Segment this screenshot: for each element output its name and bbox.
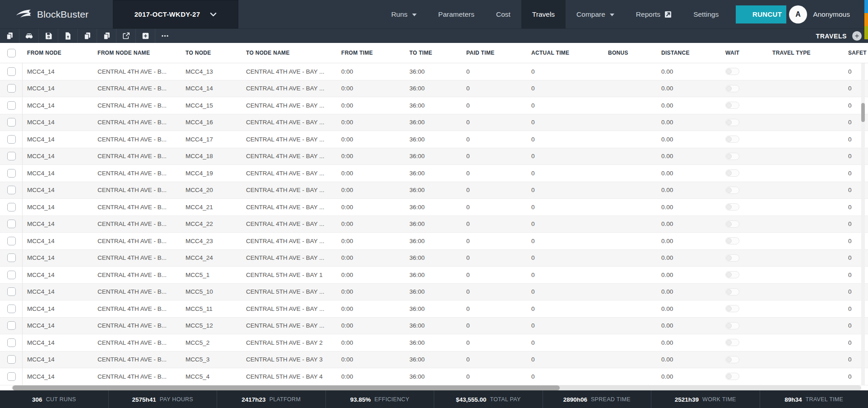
row-checkbox[interactable] [7, 355, 16, 364]
column-header-safety[interactable]: SAFET [844, 50, 868, 56]
horizontal-scrollbar-thumb[interactable] [13, 385, 560, 390]
scenario-selector[interactable]: 2017-OCT-WKDY-27 [113, 0, 238, 28]
row-checkbox[interactable] [7, 169, 16, 178]
wait-toggle[interactable] [725, 288, 739, 295]
nav-item-parameters[interactable]: Parameters [427, 0, 485, 28]
column-header-to_node[interactable]: TO NODE [181, 50, 241, 56]
table-row[interactable]: MCC4_14CENTRAL 4TH AVE - B...MCC4_16CENT… [0, 114, 868, 131]
toolbar-button-copy-icon[interactable] [0, 29, 19, 43]
wait-toggle[interactable] [725, 203, 739, 211]
row-checkbox-cell [0, 165, 23, 182]
row-checkbox[interactable] [7, 338, 16, 347]
toolbar-button-save-icon[interactable] [39, 29, 58, 43]
column-header-bonus[interactable]: BONUS [603, 50, 657, 56]
row-checkbox[interactable] [7, 321, 16, 330]
table-row[interactable]: MCC4_14CENTRAL 4TH AVE - B...MCC5_10CENT… [0, 284, 868, 301]
nav-item-compare[interactable]: Compare [566, 0, 625, 28]
wait-toggle[interactable] [725, 153, 739, 160]
table-row[interactable]: MCC4_14CENTRAL 4TH AVE - B...MCC4_21CENT… [0, 199, 868, 216]
vertical-scrollbar[interactable] [861, 63, 865, 385]
wait-toggle[interactable] [725, 373, 739, 380]
column-header-to_time[interactable]: TO TIME [405, 50, 462, 56]
table-row[interactable]: MCC4_14CENTRAL 4TH AVE - B...MCC5_1CENTR… [0, 267, 868, 284]
nav-item-settings[interactable]: Settings [682, 0, 729, 28]
column-header-distance[interactable]: DISTANCE [657, 50, 721, 56]
nav-item-travels[interactable]: Travels [521, 0, 566, 28]
row-checkbox[interactable] [7, 220, 16, 228]
wait-toggle[interactable] [725, 237, 739, 244]
row-checkbox[interactable] [7, 152, 16, 160]
table-row[interactable]: MCC4_14CENTRAL 4TH AVE - B...MCC4_15CENT… [0, 97, 868, 114]
toolbar-button-import-file-icon[interactable] [58, 29, 78, 43]
row-checkbox[interactable] [7, 287, 16, 296]
row-checkbox[interactable] [7, 372, 16, 381]
toolbar-button-duplicate-icon[interactable] [78, 29, 97, 43]
column-header-actual_time[interactable]: ACTUAL TIME [527, 50, 603, 56]
wait-toggle[interactable] [725, 102, 739, 109]
table-row[interactable]: MCC4_14CENTRAL 4TH AVE - B...MCC4_19CENT… [0, 165, 868, 182]
row-checkbox[interactable] [7, 84, 16, 93]
user-avatar[interactable]: A [789, 5, 807, 23]
wait-toggle[interactable] [725, 220, 739, 228]
cell-from_node_name: CENTRAL 4TH AVE - B... [93, 254, 181, 261]
row-checkbox[interactable] [7, 186, 16, 194]
edge-marker-orange [864, 13, 868, 26]
column-header-wait[interactable]: WAIT [721, 50, 768, 56]
vertical-scrollbar-thumb[interactable] [861, 103, 865, 122]
column-header-from_node[interactable]: FROM NODE [23, 50, 93, 56]
column-header-from_time[interactable]: FROM TIME [337, 50, 405, 56]
table-row[interactable]: MCC4_14CENTRAL 4TH AVE - B...MCC4_24CENT… [0, 250, 868, 267]
row-checkbox[interactable] [7, 271, 16, 279]
table-row[interactable]: MCC4_14CENTRAL 4TH AVE - B...MCC5_12CENT… [0, 318, 868, 335]
horizontal-scrollbar-track[interactable] [12, 385, 861, 390]
table-row[interactable]: MCC4_14CENTRAL 4TH AVE - B...MCC4_20CENT… [0, 182, 868, 199]
wait-toggle[interactable] [725, 136, 739, 143]
column-header-paid_time[interactable]: PAID TIME [462, 50, 527, 56]
table-row[interactable]: MCC4_14CENTRAL 4TH AVE - B...MCC4_14CENT… [0, 80, 868, 98]
cell-wait [721, 322, 768, 329]
select-all-checkbox[interactable] [7, 49, 16, 57]
wait-toggle[interactable] [725, 322, 739, 329]
toolbar-button-more-icon[interactable] [155, 29, 175, 43]
wait-toggle[interactable] [725, 305, 739, 312]
row-checkbox[interactable] [7, 203, 16, 211]
wait-toggle[interactable] [725, 356, 739, 363]
table-row[interactable]: MCC4_14CENTRAL 4TH AVE - B...MCC5_2CENTR… [0, 334, 868, 352]
runcut-button[interactable]: RUNCUT [736, 5, 786, 23]
wait-toggle[interactable] [725, 169, 739, 177]
wait-toggle[interactable] [725, 254, 739, 262]
row-checkbox[interactable] [7, 237, 16, 245]
row-checkbox[interactable] [7, 253, 16, 262]
nav-item-runs[interactable]: Runs [381, 0, 427, 28]
wait-toggle[interactable] [725, 119, 739, 126]
row-checkbox[interactable] [7, 67, 16, 76]
row-checkbox[interactable] [7, 118, 16, 127]
column-header-to_node_name[interactable]: TO NODE NAME [241, 50, 337, 56]
row-checkbox[interactable] [7, 101, 16, 110]
table-row[interactable]: MCC4_14CENTRAL 4TH AVE - B...MCC4_13CENT… [0, 63, 868, 80]
table-row[interactable]: MCC4_14CENTRAL 4TH AVE - B...MCC4_22CENT… [0, 216, 868, 233]
nav-item-cost[interactable]: Cost [485, 0, 521, 28]
wait-toggle[interactable] [725, 85, 739, 92]
table-row[interactable]: MCC4_14CENTRAL 4TH AVE - B...MCC5_11CENT… [0, 300, 868, 318]
table-row[interactable]: MCC4_14CENTRAL 4TH AVE - B...MCC4_23CENT… [0, 233, 868, 250]
row-checkbox[interactable] [7, 305, 16, 313]
toolbar-button-add-icon[interactable] [136, 29, 155, 43]
wait-toggle[interactable] [725, 187, 739, 194]
toolbar-button-vehicle-icon[interactable] [19, 29, 39, 43]
column-header-from_node_name[interactable]: FROM NODE NAME [93, 50, 181, 56]
table-row[interactable]: MCC4_14CENTRAL 4TH AVE - B...MCC4_17CENT… [0, 131, 868, 148]
table-row[interactable]: MCC4_14CENTRAL 4TH AVE - B...MCC5_4CENTR… [0, 368, 868, 385]
wait-toggle[interactable] [725, 68, 739, 75]
row-checkbox[interactable] [7, 135, 16, 144]
table-row[interactable]: MCC4_14CENTRAL 4TH AVE - B...MCC5_3CENTR… [0, 352, 868, 369]
nav-item-reports[interactable]: Reports [625, 0, 682, 28]
toolbar-button-copy-page-icon[interactable] [97, 29, 116, 43]
toolbar-button-open-external-icon[interactable] [116, 29, 136, 43]
username[interactable]: Anonymous [813, 10, 850, 19]
wait-toggle[interactable] [725, 271, 739, 278]
wait-toggle[interactable] [725, 339, 739, 346]
column-header-travel_type[interactable]: TRAVEL TYPE [768, 50, 844, 56]
table-row[interactable]: MCC4_14CENTRAL 4TH AVE - B...MCC4_18CENT… [0, 148, 868, 165]
circle-plus-icon[interactable] [852, 31, 862, 41]
